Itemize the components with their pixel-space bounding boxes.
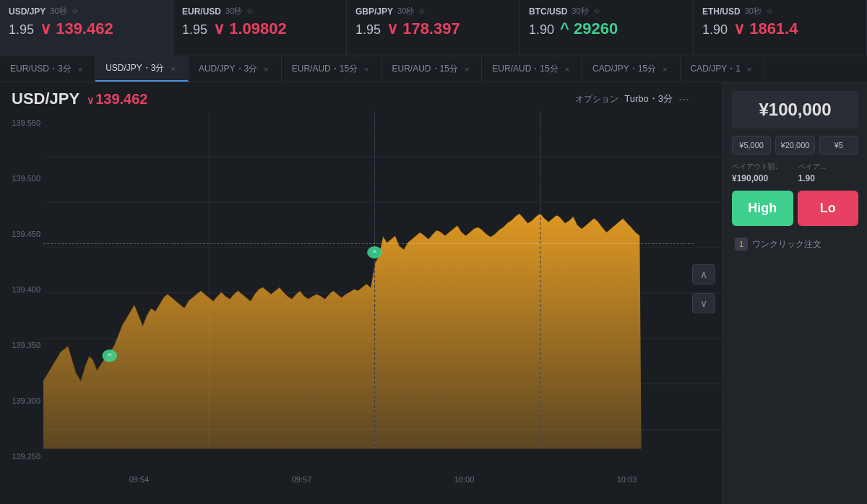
tab-label-2: AUD/JPY・3分: [199, 63, 257, 75]
y-axis: 139.550 139.500 139.450 139.400 139.350 …: [1, 111, 43, 468]
ticker-pair-3: BTC/USD: [529, 6, 567, 17]
chart-title-group: USD/JPY ∨139.462: [12, 90, 147, 108]
tab-close-3[interactable]: ×: [362, 64, 371, 74]
tab-label-6: CAD/JPY・15分: [592, 63, 656, 75]
x-label-3: 10:00: [454, 475, 475, 484]
ticker-star-1[interactable]: ☆: [246, 6, 254, 16]
x-label-1: 09:54: [129, 475, 150, 484]
payout-value-2: 1.90: [798, 173, 859, 183]
ticker-interval-0: 30秒: [50, 6, 66, 17]
ticker-star-2[interactable]: ☆: [418, 6, 426, 16]
ticker-pair-1: EUR/USD: [182, 6, 221, 17]
tab-item-4[interactable]: EUR/AUD・15分 ×: [382, 56, 483, 82]
x-label-2: 09:57: [292, 475, 312, 484]
chart-area: USD/JPY ∨139.462 オプション Turbo・3分 ··· 139.…: [0, 82, 722, 504]
ticker-multiplier-4: 1.90: [702, 22, 728, 38]
chart-svg: ^ ^: [43, 111, 722, 469]
payout-row: ペイアウト額: ¥190,000 ペイア... 1.90: [732, 162, 858, 183]
ticker-multiplier-0: 1.95: [9, 22, 34, 38]
tab-bar: EUR/USD・3分 × USD/JPY・3分 × AUD/JPY・3分 × E…: [0, 56, 867, 82]
quick-btn-5000[interactable]: ¥5,000: [732, 136, 771, 155]
tab-label-4: EUR/AUD・15分: [392, 63, 458, 75]
ticker-item-BTCUSD[interactable]: BTC/USD 30秒 ☆ 1.90 ^ 29260: [520, 0, 694, 56]
chart-option-value: Turbo・3分: [624, 92, 673, 105]
chart-header: USD/JPY ∨139.462 オプション Turbo・3分 ···: [0, 82, 722, 111]
tab-label-0: EUR/USD・3分: [10, 63, 72, 75]
chart-canvas-container: 139.550 139.500 139.450 139.400 139.350 …: [43, 111, 722, 490]
tab-item-6[interactable]: CAD/JPY・15分 ×: [582, 56, 680, 82]
ticker-multiplier-3: 1.90: [529, 22, 554, 38]
payout-label-1: ペイアウト額:: [732, 162, 793, 172]
payout-item-2: ペイア... 1.90: [798, 162, 859, 183]
tab-close-0[interactable]: ×: [76, 64, 85, 74]
ticker-item-USDJPY[interactable]: USD/JPY 30秒 ☆ 1.95 ∨ 139.462: [0, 0, 173, 56]
chart-option-group: オプション Turbo・3分 ···: [575, 92, 689, 107]
amount-value: ¥100,000: [742, 100, 848, 120]
ticker-multiplier-2: 1.95: [355, 22, 381, 38]
chart-option-label: オプション: [575, 93, 618, 105]
tab-item-1[interactable]: USD/JPY・3分 ×: [95, 56, 189, 82]
x-axis: 09:54 09:57 10:00 10:03: [43, 469, 722, 490]
scroll-up-button[interactable]: ∧: [692, 264, 715, 284]
ticker-price-2: ∨ 178.397: [387, 19, 460, 38]
ticker-star-0[interactable]: ☆: [72, 6, 79, 16]
payout-item-1: ペイアウト額: ¥190,000: [732, 162, 793, 183]
svg-text:^: ^: [373, 248, 376, 256]
btn-low[interactable]: Lo: [798, 191, 859, 226]
y-label-3: 139.450: [1, 230, 40, 238]
ticker-price-3: ^ 29260: [560, 19, 618, 38]
ticker-price-0: ∨ 139.462: [40, 19, 113, 38]
quick-amounts: ¥5,000 ¥20,000 ¥5: [732, 136, 858, 155]
tab-close-7[interactable]: ×: [745, 64, 754, 74]
tab-close-1[interactable]: ×: [168, 64, 177, 74]
tab-close-2[interactable]: ×: [262, 64, 270, 74]
tab-label-3: EUR/AUD・15分: [292, 63, 358, 75]
ticker-pair-0: USD/JPY: [9, 6, 46, 17]
ticker-multiplier-1: 1.95: [182, 22, 207, 38]
y-label-4: 139.400: [1, 285, 40, 294]
payout-label-2: ペイア...: [798, 162, 859, 172]
amount-display[interactable]: ¥100,000: [732, 91, 858, 129]
tab-close-4[interactable]: ×: [462, 64, 471, 74]
tab-item-7[interactable]: CAD/JPY・1 ×: [681, 56, 765, 82]
ticker-pair-2: GBP/JPY: [355, 6, 393, 17]
one-click-row[interactable]: 1 ワンクリック注文: [732, 233, 858, 255]
chart-current-price: ∨139.462: [87, 91, 147, 108]
ticker-bar: USD/JPY 30秒 ☆ 1.95 ∨ 139.462 EUR/USD 30秒…: [0, 0, 867, 56]
tab-item-3[interactable]: EUR/AUD・15分 ×: [282, 56, 382, 82]
chart-option-menu[interactable]: ···: [678, 92, 689, 107]
ticker-item-ETHUSD[interactable]: ETH/USD 30秒 ☆ 1.90 ∨ 1861.4: [694, 0, 867, 56]
trade-buttons: High Lo: [732, 191, 858, 226]
scroll-down-button[interactable]: ∨: [692, 293, 715, 313]
ticker-price-1: ∨ 1.09802: [213, 19, 287, 38]
ticker-interval-4: 30秒: [745, 6, 762, 17]
y-label-7: 139.250: [1, 452, 40, 461]
tab-close-5[interactable]: ×: [563, 64, 571, 74]
y-label-2: 139.500: [1, 174, 40, 183]
quick-btn-20000[interactable]: ¥20,000: [775, 136, 814, 155]
tab-item-5[interactable]: EUR/AUD・15分 ×: [482, 56, 582, 82]
svg-text:^: ^: [108, 352, 111, 360]
ticker-star-4[interactable]: ☆: [766, 6, 773, 16]
main-content: USD/JPY ∨139.462 オプション Turbo・3分 ··· 139.…: [0, 82, 867, 504]
tab-label-1: USD/JPY・3分: [105, 62, 164, 74]
tab-item-2[interactable]: AUD/JPY・3分 ×: [189, 56, 282, 82]
quick-btn-custom[interactable]: ¥5: [819, 136, 858, 155]
tab-item-0[interactable]: EUR/USD・3分 ×: [0, 56, 95, 82]
y-label-1: 139.550: [1, 118, 40, 127]
one-click-icon: 1: [735, 238, 748, 251]
x-label-4: 10:03: [617, 475, 637, 484]
tab-label-7: CAD/JPY・1: [691, 63, 741, 75]
ticker-star-3[interactable]: ☆: [593, 6, 600, 16]
ticker-pair-4: ETH/USD: [702, 6, 741, 17]
ticker-item-GBPJPY[interactable]: GBP/JPY 30秒 ☆ 1.95 ∨ 178.397: [347, 0, 520, 56]
ticker-interval-1: 30秒: [225, 6, 242, 17]
btn-high[interactable]: High: [732, 191, 793, 226]
y-label-6: 139.300: [1, 396, 40, 405]
tab-close-6[interactable]: ×: [660, 64, 669, 74]
tab-label-5: EUR/AUD・15分: [492, 63, 558, 75]
payout-value-1: ¥190,000: [732, 173, 793, 183]
ticker-price-4: ∨ 1861.4: [733, 19, 798, 38]
side-panel: ¥100,000 ¥5,000 ¥20,000 ¥5 ペイアウト額: ¥190,…: [722, 82, 867, 504]
ticker-item-EURUSD[interactable]: EUR/USD 30秒 ☆ 1.95 ∨ 1.09802: [173, 0, 347, 56]
